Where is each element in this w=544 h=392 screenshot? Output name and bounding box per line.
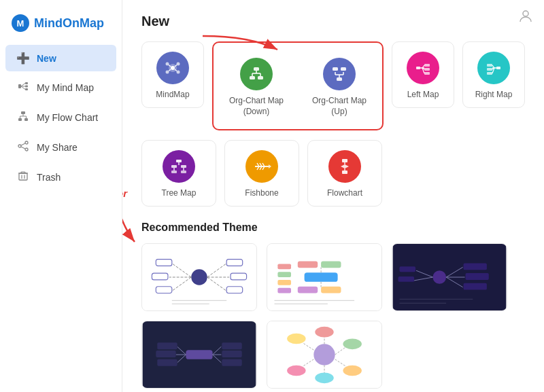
org-chart-up-label: Org-Chart Map (Up) (307, 96, 371, 117)
share-icon (16, 141, 30, 154)
svg-rect-50 (333, 67, 338, 71)
right-map-icon (477, 52, 510, 84)
logo-text: MindOnMap (34, 16, 104, 31)
mindmap-card[interactable]: MindMap (141, 41, 204, 108)
svg-rect-112 (298, 287, 318, 293)
svg-rect-113 (321, 287, 341, 293)
flowchart-icon (328, 150, 361, 183)
sidebar-item-trash[interactable]: Trash (5, 164, 116, 191)
svg-rect-140 (222, 351, 241, 357)
new-section-title: New (141, 14, 525, 29)
svg-rect-130 (400, 266, 416, 272)
svg-text:M: M (17, 18, 24, 29)
sidebar-item-trash-label: Trash (37, 172, 61, 183)
svg-point-157 (315, 372, 333, 383)
svg-rect-116 (277, 280, 291, 285)
svg-rect-5 (25, 88, 28, 90)
svg-line-19 (21, 143, 25, 145)
org-chart-down-card[interactable]: Org-Chart Map(Down) (219, 48, 294, 124)
svg-point-29 (171, 66, 175, 70)
svg-rect-146 (156, 351, 175, 357)
theme-card-2[interactable] (267, 243, 382, 311)
theme-card-4[interactable] (141, 321, 257, 389)
sidebar-item-my-share-label: My Share (37, 142, 78, 153)
user-icon[interactable] (518, 8, 533, 26)
svg-rect-43 (250, 76, 255, 79)
svg-point-26 (523, 11, 528, 16)
tree-map-card[interactable]: Tree Map (141, 140, 216, 207)
svg-rect-38 (254, 67, 259, 71)
svg-rect-56 (424, 72, 430, 75)
svg-rect-139 (222, 342, 241, 349)
svg-rect-44 (258, 76, 263, 79)
theme-card-3[interactable] (392, 243, 507, 311)
org-chart-up-card[interactable]: Org-Chart Map (Up) (302, 48, 377, 124)
svg-rect-51 (341, 67, 346, 71)
tree-map-label: Tree Map (162, 188, 197, 199)
theme-card-5[interactable] (267, 321, 382, 389)
sidebar-item-my-flow-chart-label: My Flow Chart (37, 112, 98, 123)
svg-rect-9 (21, 111, 25, 114)
svg-rect-74 (171, 171, 177, 173)
org-chart-down-icon (240, 58, 273, 90)
svg-rect-45 (337, 77, 342, 81)
sidebar-item-my-flow-chart[interactable]: My Flow Chart (5, 104, 116, 131)
fishbone-label: Fishbone (245, 188, 278, 199)
fishbone-card[interactable]: Fishbone (224, 140, 299, 207)
svg-rect-71 (181, 165, 186, 168)
svg-rect-70 (171, 165, 177, 168)
svg-point-30 (166, 63, 169, 66)
svg-point-31 (177, 63, 180, 66)
logo-icon: M (11, 14, 30, 33)
svg-point-155 (343, 365, 361, 376)
theme-section-title: Recommended Theme (141, 221, 525, 234)
sidebar-item-my-mind-map-label: My Mind Map (37, 82, 94, 93)
svg-rect-147 (157, 359, 177, 366)
plus-icon: ➕ (16, 52, 30, 65)
svg-rect-54 (424, 64, 430, 67)
mind-map-icon (16, 81, 30, 94)
left-map-card[interactable]: Left Map (392, 41, 454, 108)
svg-point-153 (343, 338, 361, 349)
svg-point-16 (25, 141, 28, 144)
svg-rect-2 (18, 84, 21, 88)
svg-rect-115 (277, 272, 291, 277)
svg-rect-62 (487, 64, 492, 67)
svg-rect-11 (24, 118, 28, 121)
svg-rect-127 (464, 283, 487, 290)
svg-point-159 (287, 365, 305, 376)
sidebar-item-new[interactable]: ➕ New (5, 45, 116, 71)
svg-rect-68 (176, 160, 182, 162)
svg-rect-125 (464, 263, 487, 270)
logo: M MindOnMap (0, 7, 122, 43)
svg-rect-109 (298, 261, 318, 268)
right-map-label: Right Map (475, 90, 513, 101)
svg-rect-117 (277, 287, 291, 293)
svg-rect-145 (157, 342, 177, 349)
svg-rect-64 (487, 72, 492, 75)
svg-marker-86 (341, 164, 349, 168)
svg-rect-23 (21, 172, 25, 173)
svg-rect-114 (277, 264, 291, 269)
svg-point-18 (18, 145, 21, 147)
svg-rect-110 (321, 261, 341, 268)
svg-rect-135 (186, 350, 212, 359)
right-map-card[interactable]: Right Map (462, 41, 525, 108)
flowchart-label: Flowchart (327, 188, 362, 199)
sidebar-item-new-label: New (37, 53, 56, 64)
sidebar-item-my-share[interactable]: My Share (5, 134, 116, 161)
svg-rect-88 (342, 171, 347, 174)
left-map-label: Left Map (407, 90, 439, 101)
sidebar-item-my-mind-map[interactable]: My Mind Map (5, 74, 116, 101)
trash-icon (16, 171, 30, 184)
tree-map-icon (163, 150, 195, 183)
svg-rect-126 (466, 273, 489, 280)
svg-point-91 (191, 269, 207, 285)
svg-rect-3 (25, 82, 28, 84)
theme-card-1[interactable] (141, 243, 257, 311)
org-chart-up-icon (323, 58, 356, 90)
svg-rect-63 (487, 68, 492, 71)
svg-point-149 (313, 344, 335, 365)
flowchart-card[interactable]: Flowchart (307, 140, 382, 207)
svg-rect-84 (342, 159, 347, 162)
